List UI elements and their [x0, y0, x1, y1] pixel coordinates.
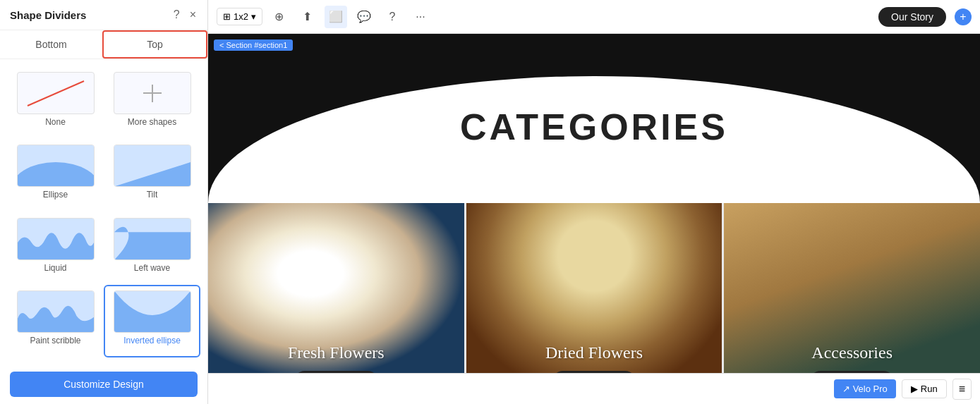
panel-title: Shape Dividers: [10, 9, 86, 21]
right-side: ⊞ 1x2 ▾ ⊕ ⬆ ⬜ 💬 ? ··· Our Story + < Sect…: [208, 0, 980, 404]
layout-value: 1x2: [234, 11, 248, 22]
shape-label-paint-scribble: Paint scribble: [30, 336, 80, 345]
tab-top[interactable]: Top: [102, 30, 207, 59]
shape-preview-tilt: [114, 145, 191, 187]
shape-preview-ellipse: [17, 145, 95, 187]
shape-more[interactable]: More shapes: [104, 66, 200, 139]
shape-preview-more: [114, 72, 191, 114]
hero-title: CATEGORIES: [460, 106, 728, 148]
velo-icon: ↗: [842, 384, 850, 394]
svg-line-0: [28, 81, 84, 106]
help-button[interactable]: ?: [172, 7, 181, 23]
layout-icon: ⊞: [223, 11, 231, 22]
chevron-down-icon: ▾: [251, 11, 256, 22]
velo-label: Velo Pro: [853, 384, 888, 394]
close-button[interactable]: ×: [188, 7, 198, 23]
section-label: < Section #section1: [214, 39, 293, 51]
shape-inverted-ellipse[interactable]: Inverted ellipse: [104, 285, 200, 357]
bottom-bar: ↗ Velo Pro ▶ Run ≡: [208, 373, 980, 404]
run-label: Run: [921, 384, 938, 394]
toolbar: ⊞ 1x2 ▾ ⊕ ⬆ ⬜ 💬 ? ··· Our Story +: [208, 0, 980, 34]
category-fresh-flowers: Fresh Flowers Shop Now: [208, 203, 466, 373]
dried-flowers-shop-button[interactable]: Shop Now: [552, 371, 637, 373]
shape-left-wave[interactable]: Left wave: [104, 212, 200, 285]
canvas-content: < Section #section1 CATEGORIES Fresh Flo…: [208, 34, 980, 373]
shape-label-none: None: [45, 117, 66, 127]
stretch-button[interactable]: ⬜: [325, 6, 347, 28]
run-button[interactable]: ▶ Run: [902, 379, 947, 398]
dried-flowers-name: Dried Flowers: [545, 343, 643, 362]
add-nav-button[interactable]: +: [955, 8, 972, 25]
categories-row: Fresh Flowers Shop Now Dried Flowers Sho…: [208, 203, 980, 373]
canvas-area: < Section #section1 CATEGORIES Fresh Flo…: [208, 34, 980, 373]
more-button[interactable]: ···: [409, 6, 432, 28]
shape-preview-liquid: [17, 218, 95, 260]
shape-label-more: More shapes: [128, 117, 176, 127]
layout-select[interactable]: ⊞ 1x2 ▾: [217, 8, 262, 25]
shape-none[interactable]: None: [7, 66, 104, 139]
our-story-nav[interactable]: Our Story: [878, 7, 946, 27]
shape-liquid[interactable]: Liquid: [7, 212, 104, 285]
hero-section: CATEGORIES: [208, 34, 980, 203]
shape-preview-left-wave: [114, 218, 191, 260]
shape-preview-inverted-ellipse: [114, 290, 191, 333]
arrange-button[interactable]: ⬆: [296, 6, 319, 28]
shape-dividers-panel: Shape Dividers ? × Bottom Top None: [0, 0, 208, 404]
shape-preview-paint-scribble: [17, 290, 95, 333]
settings-button[interactable]: ≡: [952, 379, 972, 400]
run-icon: ▶: [911, 384, 918, 394]
accessories-name: Accessories: [811, 343, 893, 362]
category-dried-flowers: Dried Flowers Shop Now: [466, 203, 725, 373]
shape-label-left-wave: Left wave: [134, 263, 170, 273]
fresh-flowers-name: Fresh Flowers: [288, 343, 385, 362]
category-accessories: Accessories Shop Now: [724, 203, 980, 373]
shape-label-inverted-ellipse: Inverted ellipse: [123, 336, 181, 345]
fresh-flowers-shop-button[interactable]: Shop Now: [294, 371, 379, 373]
shape-tilt[interactable]: Tilt: [104, 139, 200, 212]
help-button[interactable]: ?: [381, 6, 404, 28]
tabs-row: Bottom Top: [0, 30, 207, 59]
shape-ellipse[interactable]: Ellipse: [7, 139, 104, 212]
panel-header-icons: ? ×: [172, 7, 198, 23]
shapes-grid: None More shapes Ellipse: [0, 59, 207, 365]
shape-paint-scribble[interactable]: Paint scribble: [7, 285, 104, 357]
comment-button[interactable]: 💬: [353, 6, 375, 28]
velo-pro-button[interactable]: ↗ Velo Pro: [834, 379, 896, 398]
shape-preview-none: [17, 72, 95, 114]
panel-header: Shape Dividers ? ×: [0, 0, 207, 30]
shape-label-tilt: Tilt: [147, 190, 158, 200]
shape-label-liquid: Liquid: [44, 263, 66, 273]
accessories-shop-button[interactable]: Shop Now: [809, 371, 895, 373]
shape-label-ellipse: Ellipse: [43, 190, 68, 200]
customize-design-button[interactable]: Customize Design: [10, 372, 198, 397]
add-section-button[interactable]: ⊕: [268, 6, 291, 28]
tab-bottom[interactable]: Bottom: [0, 30, 102, 59]
